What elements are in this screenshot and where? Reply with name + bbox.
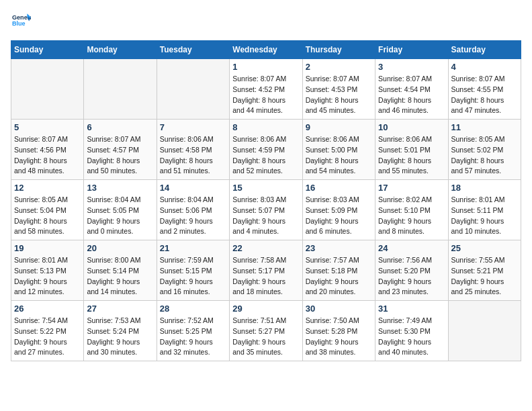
day-cell [11,59,84,120]
day-cell: 2Sunrise: 8:07 AMSunset: 4:53 PMDaylight… [302,59,375,120]
day-number: 19 [14,243,81,253]
day-cell: 24Sunrise: 7:56 AMSunset: 5:20 PMDayligh… [375,240,448,301]
page-header: General Blue [11,11,521,32]
day-number: 20 [87,243,153,253]
day-number: 31 [378,304,445,314]
day-info: Sunrise: 8:02 AMSunset: 5:10 PMDaylight:… [378,195,445,237]
day-cell: 8Sunrise: 8:06 AMSunset: 4:59 PMDaylight… [230,120,302,180]
day-cell: 20Sunrise: 8:00 AMSunset: 5:14 PMDayligh… [84,240,157,301]
day-number: 30 [306,304,372,314]
day-info: Sunrise: 8:03 AMSunset: 5:07 PMDaylight:… [232,195,299,237]
day-cell: 7Sunrise: 8:06 AMSunset: 4:58 PMDaylight… [157,120,229,180]
day-number: 7 [160,122,226,132]
svg-text:Blue: Blue [12,20,26,27]
day-number: 17 [378,183,445,193]
logo: General Blue [11,11,34,32]
day-info: Sunrise: 7:49 AMSunset: 5:30 PMDaylight:… [378,316,445,358]
weekday-header-wednesday: Wednesday [230,41,302,59]
weekday-header-tuesday: Tuesday [157,41,229,59]
day-info: Sunrise: 8:06 AMSunset: 5:01 PMDaylight:… [378,134,445,177]
day-cell: 28Sunrise: 7:52 AMSunset: 5:25 PMDayligh… [157,301,229,361]
day-number: 16 [306,183,372,193]
day-number: 28 [160,304,226,314]
day-info: Sunrise: 7:59 AMSunset: 5:15 PMDaylight:… [160,255,226,298]
day-number: 10 [378,122,445,132]
day-cell: 6Sunrise: 8:07 AMSunset: 4:57 PMDaylight… [84,120,157,180]
day-number: 6 [87,122,153,132]
day-info: Sunrise: 8:05 AMSunset: 5:02 PMDaylight:… [451,134,518,177]
day-info: Sunrise: 8:03 AMSunset: 5:09 PMDaylight:… [306,195,372,237]
day-cell: 23Sunrise: 7:57 AMSunset: 5:18 PMDayligh… [302,240,375,301]
day-info: Sunrise: 8:07 AMSunset: 4:56 PMDaylight:… [14,134,81,177]
day-cell: 31Sunrise: 7:49 AMSunset: 5:30 PMDayligh… [375,301,448,361]
day-cell: 4Sunrise: 8:07 AMSunset: 4:55 PMDaylight… [448,59,521,120]
day-number: 15 [232,183,299,193]
day-info: Sunrise: 7:57 AMSunset: 5:18 PMDaylight:… [306,255,372,298]
week-row-2: 5Sunrise: 8:07 AMSunset: 4:56 PMDaylight… [11,120,521,180]
day-number: 11 [451,122,518,132]
weekday-header-friday: Friday [375,41,448,59]
day-info: Sunrise: 8:01 AMSunset: 5:11 PMDaylight:… [451,195,518,237]
day-number: 23 [306,243,372,253]
day-number: 4 [451,62,518,72]
day-number: 2 [306,62,372,72]
weekday-header-thursday: Thursday [302,41,375,59]
day-cell: 14Sunrise: 8:04 AMSunset: 5:06 PMDayligh… [157,180,229,240]
day-cell: 9Sunrise: 8:06 AMSunset: 5:00 PMDaylight… [302,120,375,180]
day-cell: 1Sunrise: 8:07 AMSunset: 4:52 PMDaylight… [230,59,302,120]
weekday-header-row: SundayMondayTuesdayWednesdayThursdayFrid… [11,41,521,59]
day-cell: 11Sunrise: 8:05 AMSunset: 5:02 PMDayligh… [448,120,521,180]
day-number: 1 [232,62,299,72]
day-number: 3 [378,62,445,72]
day-cell [84,59,157,120]
day-cell: 27Sunrise: 7:53 AMSunset: 5:24 PMDayligh… [84,301,157,361]
day-cell: 21Sunrise: 7:59 AMSunset: 5:15 PMDayligh… [157,240,229,301]
day-number: 8 [232,122,299,132]
day-info: Sunrise: 8:04 AMSunset: 5:05 PMDaylight:… [87,195,153,237]
day-info: Sunrise: 7:53 AMSunset: 5:24 PMDaylight:… [87,316,153,358]
day-info: Sunrise: 8:07 AMSunset: 4:54 PMDaylight:… [378,74,445,116]
day-cell: 17Sunrise: 8:02 AMSunset: 5:10 PMDayligh… [375,180,448,240]
day-cell [448,301,521,361]
day-number: 12 [14,183,81,193]
day-info: Sunrise: 7:54 AMSunset: 5:22 PMDaylight:… [14,316,81,358]
day-cell: 10Sunrise: 8:06 AMSunset: 5:01 PMDayligh… [375,120,448,180]
day-number: 27 [87,304,153,314]
day-number: 13 [87,183,153,193]
day-info: Sunrise: 7:56 AMSunset: 5:20 PMDaylight:… [378,255,445,298]
day-number: 5 [14,122,81,132]
day-info: Sunrise: 8:06 AMSunset: 4:59 PMDaylight:… [232,134,299,177]
weekday-header-saturday: Saturday [448,41,521,59]
day-info: Sunrise: 8:07 AMSunset: 4:55 PMDaylight:… [451,74,518,116]
day-number: 14 [160,183,226,193]
day-cell: 22Sunrise: 7:58 AMSunset: 5:17 PMDayligh… [230,240,302,301]
day-info: Sunrise: 8:07 AMSunset: 4:53 PMDaylight:… [306,74,372,116]
day-info: Sunrise: 7:51 AMSunset: 5:27 PMDaylight:… [232,316,299,358]
weekday-header-monday: Monday [84,41,157,59]
day-info: Sunrise: 7:55 AMSunset: 5:21 PMDaylight:… [451,255,518,298]
day-cell: 15Sunrise: 8:03 AMSunset: 5:07 PMDayligh… [230,180,302,240]
day-cell: 29Sunrise: 7:51 AMSunset: 5:27 PMDayligh… [230,301,302,361]
day-number: 22 [232,243,299,253]
day-number: 9 [306,122,372,132]
day-number: 18 [451,183,518,193]
day-cell: 19Sunrise: 8:01 AMSunset: 5:13 PMDayligh… [11,240,84,301]
day-cell: 5Sunrise: 8:07 AMSunset: 4:56 PMDaylight… [11,120,84,180]
week-row-4: 19Sunrise: 8:01 AMSunset: 5:13 PMDayligh… [11,240,521,301]
day-number: 26 [14,304,81,314]
day-info: Sunrise: 7:52 AMSunset: 5:25 PMDaylight:… [160,316,226,358]
day-number: 25 [451,243,518,253]
week-row-1: 1Sunrise: 8:07 AMSunset: 4:52 PMDaylight… [11,59,521,120]
day-info: Sunrise: 8:07 AMSunset: 4:52 PMDaylight:… [232,74,299,116]
day-cell: 26Sunrise: 7:54 AMSunset: 5:22 PMDayligh… [11,301,84,361]
day-info: Sunrise: 8:04 AMSunset: 5:06 PMDaylight:… [160,195,226,237]
day-info: Sunrise: 8:07 AMSunset: 4:57 PMDaylight:… [87,134,153,177]
day-info: Sunrise: 8:06 AMSunset: 5:00 PMDaylight:… [306,134,372,177]
day-number: 24 [378,243,445,253]
week-row-5: 26Sunrise: 7:54 AMSunset: 5:22 PMDayligh… [11,301,521,361]
day-info: Sunrise: 8:06 AMSunset: 4:58 PMDaylight:… [160,134,226,177]
day-cell: 13Sunrise: 8:04 AMSunset: 5:05 PMDayligh… [84,180,157,240]
day-number: 29 [232,304,299,314]
day-cell [157,59,229,120]
day-info: Sunrise: 8:00 AMSunset: 5:14 PMDaylight:… [87,255,153,298]
